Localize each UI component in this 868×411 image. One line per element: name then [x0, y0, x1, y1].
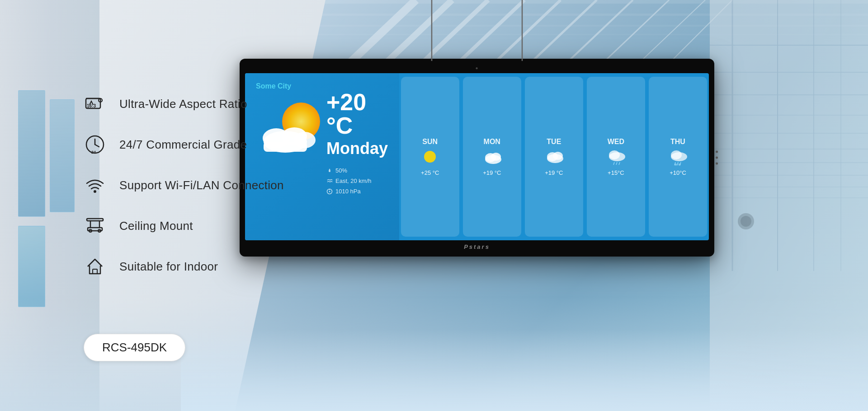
weather-temperature: +20 °C: [326, 90, 399, 137]
svg-line-36: [95, 145, 99, 147]
model-name: RCS-495DK: [102, 341, 167, 354]
forecast-sun-label: SUN: [422, 138, 438, 146]
svg-text:❄ ❄: ❄ ❄: [675, 163, 681, 166]
feature-label-wifi: Support Wi-Fi/LAN Connection: [119, 178, 284, 192]
monitor-container: ● Some City: [240, 59, 714, 257]
forecast-tue: TUE +19 °C: [525, 77, 583, 237]
forecast-mon-label: MON: [484, 138, 500, 146]
svg-text:16:3: 16:3: [87, 103, 96, 108]
brand-logo: Pstars: [464, 243, 490, 250]
svg-point-65: [609, 150, 620, 159]
glass-panel-2: [50, 99, 75, 212]
svg-rect-45: [93, 269, 97, 274]
svg-point-29: [741, 216, 751, 227]
weather-pressure: 1010 hPa: [326, 188, 399, 195]
forecast-sun-temp: +25 °C: [421, 169, 439, 176]
glass-panel-1: [18, 90, 45, 217]
side-dot-3: [716, 163, 718, 165]
wind-icon: [326, 178, 333, 184]
monitor-frame: ● Some City: [240, 59, 714, 257]
clock-icon: 24: [81, 131, 108, 158]
feature-label-indoor: Suitable for Indoor: [119, 260, 218, 274]
forecast-thu: THU ❄ ❄ +10°C: [649, 77, 707, 237]
svg-line-66: [613, 162, 614, 165]
svg-point-38: [94, 190, 96, 193]
weather-details: 50% East, 20 km/h: [326, 167, 399, 195]
forecast-sun-icon: [419, 149, 441, 166]
forecast-tue-temp: +19 °C: [545, 169, 563, 176]
ceiling-mount-icon: [81, 212, 108, 239]
svg-line-67: [616, 162, 617, 165]
forecast-thu-icon: ❄ ❄: [666, 149, 689, 166]
forecast-sun: SUN +25 °C: [401, 77, 459, 237]
monitor-bezel-bottom: Pstars: [245, 242, 709, 251]
feature-item-wifi: Support Wi-Fi/LAN Connection: [81, 172, 298, 199]
svg-rect-39: [87, 219, 103, 221]
model-badge: RCS-495DK: [84, 334, 185, 361]
features-panel: 16:3 Ultra-Wide Aspect Ratio 24 24/7 Com…: [81, 90, 298, 294]
forecast-tue-icon: [542, 149, 565, 166]
forecast-wed: WED +15°C: [587, 77, 645, 237]
weather-humidity: 50%: [326, 167, 399, 174]
floor-shine: [181, 330, 868, 411]
forecast-mon-temp: +19 °C: [483, 169, 501, 176]
pressure-icon: [326, 188, 333, 195]
monitor-screen: Some City: [245, 73, 709, 240]
svg-text:24: 24: [91, 150, 96, 154]
weather-day: Monday: [326, 139, 399, 158]
home-icon: [81, 253, 108, 280]
forecast-tue-label: TUE: [547, 138, 561, 146]
side-dot-2: [716, 157, 718, 159]
svg-line-68: [619, 162, 620, 165]
svg-point-63: [553, 152, 563, 160]
side-dot-1: [716, 151, 718, 153]
forecast-mon-icon: [481, 149, 503, 166]
feature-label-aspect-ratio: Ultra-Wide Aspect Ratio: [119, 97, 247, 111]
svg-point-55: [329, 191, 330, 192]
feature-label-commercial: 24/7 Commercial Grade: [119, 138, 247, 152]
forecast-wed-label: WED: [608, 138, 624, 146]
forecast-thu-label: THU: [670, 138, 685, 146]
wifi-icon: [81, 172, 108, 199]
feature-item-ceiling-mount: Ceiling Mount: [81, 212, 298, 239]
humidity-icon: [326, 168, 333, 174]
weather-wind: East, 20 km/h: [326, 177, 399, 184]
glass-panel-3: [18, 226, 45, 307]
forecast-thu-temp: +10°C: [670, 169, 686, 176]
svg-point-70: [671, 150, 682, 159]
forecast-wed-temp: +15°C: [608, 169, 624, 176]
svg-point-60: [491, 153, 501, 161]
left-glass-panels: [14, 90, 81, 316]
mount-wires-svg: [341, 0, 613, 63]
forecast-wed-icon: [604, 149, 627, 166]
feature-label-ceiling-mount: Ceiling Mount: [119, 219, 193, 233]
aspect-ratio-icon: 16:3: [81, 90, 108, 117]
feature-item-indoor: Suitable for Indoor: [81, 253, 298, 280]
forecast-mon: MON +19 °C: [463, 77, 521, 237]
monitor-side-dots: [716, 151, 718, 165]
svg-point-57: [424, 151, 436, 163]
feature-item-commercial: 24 24/7 Commercial Grade: [81, 131, 298, 158]
monitor-bezel-top: ●: [245, 64, 709, 71]
feature-item-aspect-ratio: 16:3 Ultra-Wide Aspect Ratio: [81, 90, 298, 117]
